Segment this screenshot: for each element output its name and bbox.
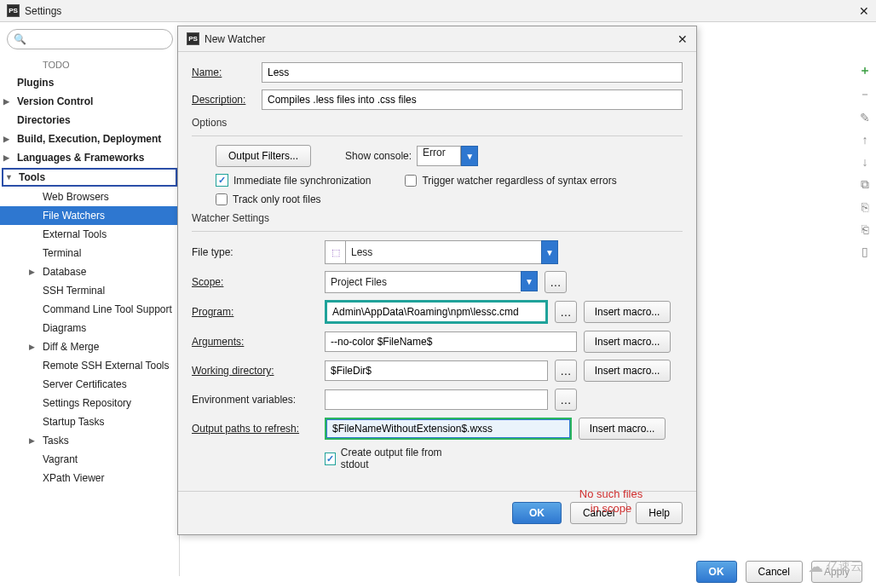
name-input[interactable] [262,62,683,83]
working-dir-input[interactable] [325,360,548,381]
no-files-warning: No such filesin scope [560,487,662,516]
copy-icon[interactable]: ⧉ [857,177,873,192]
output-filters-button[interactable]: Output Filters... [216,145,311,167]
window-close-icon[interactable]: ✕ [859,4,869,18]
description-input[interactable] [262,89,683,110]
file-type-label: File type: [192,246,318,258]
dialog-title: New Watcher [205,33,266,45]
up-icon[interactable]: ↑ [857,133,873,147]
reset-icon[interactable]: ▯ [857,245,873,258]
settings-search-input[interactable] [7,29,173,49]
show-console-select[interactable]: Error [417,146,461,166]
caret-icon[interactable]: ▶ [29,268,39,276]
checkmark-icon: ✓ [216,174,228,187]
tree-item-build[interactable]: ▶Build, Execution, Deployment [0,130,179,148]
window-title: Settings [25,5,61,17]
caret-icon[interactable]: ▶ [29,436,39,445]
tree-item-database[interactable]: ▶Database [0,262,179,281]
trigger-syntax-checkbox[interactable]: Trigger watcher regardless of syntax err… [405,175,616,187]
tree-item-web-browsers[interactable]: Web Browsers [0,187,179,206]
settings-title-bar: PS Settings ✕ [0,0,876,22]
chevron-down-icon[interactable]: ▼ [461,146,478,166]
name-label: Name: [192,66,253,78]
tree-item-vagrant[interactable]: Vagrant [0,450,179,469]
arguments-label: Arguments: [192,336,318,348]
settings-cancel-button[interactable]: Cancel [746,561,803,583]
file-type-select[interactable]: Less [345,240,541,264]
browse-wd-button[interactable]: … [555,360,577,382]
tree-item-terminal[interactable]: Terminal [0,244,179,262]
tree-item-todo[interactable]: TODO [0,56,179,73]
tree-item-server-certs[interactable]: Server Certificates [0,375,179,394]
tree-item-cli-support[interactable]: Command Line Tool Support [0,300,179,319]
show-console-label: Show console: [345,150,412,162]
table-toolbar: ＋ － ✎ ↑ ↓ ⧉ ⎘ ⎗ ▯ [857,63,873,258]
app-icon: PS [187,32,199,45]
watcher-settings-heading: Watcher Settings [192,212,683,224]
scope-select[interactable]: Project Files [325,271,521,293]
tree-item-settings-repo[interactable]: Settings Repository [0,394,179,412]
browse-program-button[interactable]: … [555,301,577,323]
env-vars-label: Environment variables: [192,394,318,406]
chevron-down-icon[interactable]: ▼ [521,271,538,291]
dialog-ok-button[interactable]: OK [512,502,562,524]
create-stdout-checkbox[interactable]: ✓ Create output file from stdout [325,447,451,470]
tree-item-xpath[interactable]: XPath Viewer [0,469,179,487]
caret-icon[interactable]: ▶ [29,343,39,351]
options-heading: Options [192,117,683,129]
tree-item-file-watchers[interactable]: File Watchers [0,206,179,225]
watermark: ☁ 亿速云 [808,557,862,576]
search-icon: 🔍 [14,33,26,45]
tree-item-ssh-terminal[interactable]: SSH Terminal [0,281,179,300]
program-input[interactable] [327,303,545,321]
tree-item-tasks[interactable]: ▶Tasks [0,431,179,450]
settings-tree[interactable]: TODO Plugins ▶Version Control Directorie… [0,56,179,576]
import-icon[interactable]: ⎘ [857,200,873,214]
tree-item-version-control[interactable]: ▶Version Control [0,92,179,111]
tree-item-tools[interactable]: ▼Tools [2,168,177,187]
tree-item-lang[interactable]: ▶Languages & Frameworks [0,148,179,167]
insert-macro-program-button[interactable]: Insert macro... [584,301,671,323]
caret-icon[interactable]: ▼ [5,173,15,182]
down-icon[interactable]: ↓ [857,155,873,169]
tree-item-directories[interactable]: Directories [0,111,179,130]
tree-item-external-tools[interactable]: External Tools [0,225,179,244]
scope-label: Scope: [192,276,318,288]
description-label: Description: [192,94,253,106]
working-dir-label: Working directory: [192,365,318,377]
add-icon[interactable]: ＋ [857,63,873,78]
settings-ok-button[interactable]: OK [696,561,737,583]
cloud-icon: ☁ [808,557,823,576]
caret-icon[interactable]: ▶ [3,97,14,106]
edit-icon[interactable]: ✎ [857,111,873,124]
arguments-input[interactable] [325,331,577,352]
checkmark-icon: ✓ [325,453,336,465]
output-paths-input[interactable] [326,419,570,438]
app-icon: PS [7,4,20,17]
chevron-down-icon[interactable]: ▼ [541,240,558,264]
insert-macro-wd-button[interactable]: Insert macro... [584,360,671,382]
dialog-close-icon[interactable]: ✕ [677,32,688,46]
new-watcher-dialog: PS New Watcher ✕ Name: Description: Opti… [177,26,697,535]
caret-icon[interactable]: ▶ [3,135,14,143]
browse-scope-button[interactable]: … [545,271,567,293]
track-root-checkbox[interactable]: Track only root files [216,193,321,205]
caret-icon[interactable]: ▶ [3,153,14,162]
tree-item-remote-ssh[interactable]: Remote SSH External Tools [0,356,179,375]
remove-icon[interactable]: － [857,87,873,102]
immediate-sync-checkbox[interactable]: ✓ Immediate file synchronization [216,174,371,187]
insert-macro-args-button[interactable]: Insert macro... [584,331,671,353]
program-label: Program: [192,306,318,318]
output-paths-label: Output paths to refresh: [192,423,318,435]
env-vars-input[interactable] [325,389,548,410]
less-filetype-icon: ⬚ [325,240,345,264]
insert-macro-output-button[interactable]: Insert macro... [579,418,666,440]
tree-item-diagrams[interactable]: Diagrams [0,319,179,337]
tree-item-diff-merge[interactable]: ▶Diff & Merge [0,337,179,356]
export-icon[interactable]: ⎗ [857,222,873,236]
browse-env-button[interactable]: … [555,389,577,411]
tree-item-startup-tasks[interactable]: Startup Tasks [0,412,179,431]
tree-item-plugins[interactable]: Plugins [0,73,179,92]
dialog-title-bar: PS New Watcher ✕ [178,26,696,52]
